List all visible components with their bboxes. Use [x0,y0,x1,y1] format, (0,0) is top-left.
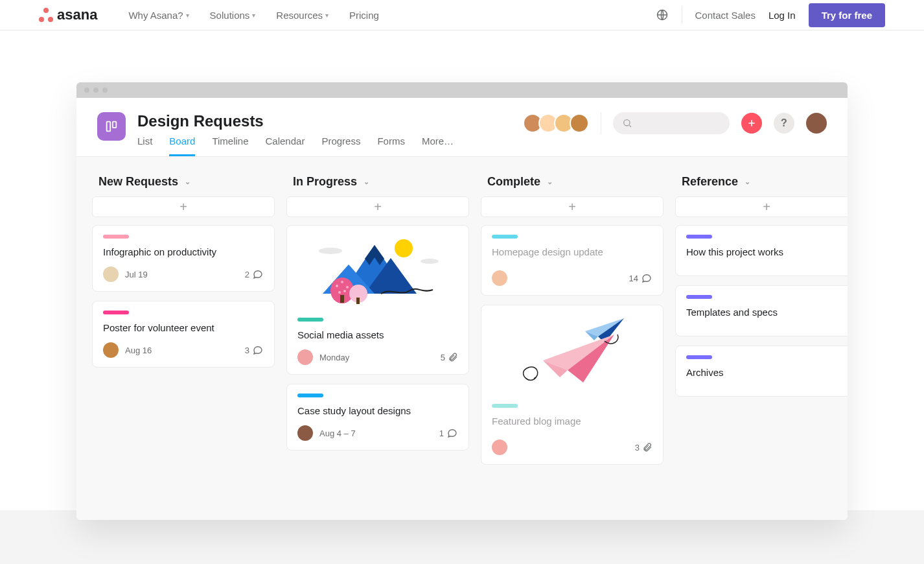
svg-point-17 [346,286,349,288]
card-footer: Aug 163 [103,342,264,358]
board-column: In Progress⌄+ Social media assetsMonday5… [286,175,469,481]
task-card[interactable]: How this project works [675,225,848,276]
tag-pill [103,235,129,239]
search-icon [622,118,632,128]
column-header[interactable]: In Progress⌄ [286,175,469,189]
card-title: Case study layout designs [297,405,458,416]
add-button[interactable] [741,113,762,134]
column-header[interactable]: Reference⌄ [675,175,848,189]
window-dot [93,88,98,93]
task-card[interactable]: Social media assetsMonday5 [286,225,469,375]
task-card[interactable]: Poster for volunteer eventAug 163 [92,301,275,368]
board-column: Complete⌄+Homepage design update14 Featu… [481,175,664,481]
comment-count: 2 [245,268,264,280]
add-card-button[interactable]: + [675,196,848,217]
due-date: Monday [319,353,349,362]
tab-calendar[interactable]: Calendar [266,135,305,156]
assignee-avatar [492,270,507,286]
tag-pill [686,295,712,299]
chevron-down-icon: ▾ [325,12,329,19]
svg-point-18 [338,291,341,294]
login-link[interactable]: Log In [768,10,796,21]
card-title: Homepage design update [492,246,653,257]
tab-forms[interactable]: Forms [377,135,405,156]
tab-more[interactable]: More… [422,135,454,156]
window-dot [84,88,89,93]
add-card-button[interactable]: + [286,196,469,217]
project-tabs: List Board Timeline Calendar Progress Fo… [137,135,527,156]
nav-links: Why Asana? ▾ Solutions ▾ Resources ▾ Pri… [128,10,379,21]
card-footer: 3 [492,440,653,455]
app-window: Design Requests List Board Timeline Cale… [76,82,848,520]
globe-icon [656,8,669,21]
chevron-down-icon: ⌄ [745,178,750,186]
column-title: Complete [487,175,540,189]
help-button[interactable]: ? [774,113,794,134]
svg-point-6 [395,239,413,257]
project-title: Design Requests [137,112,527,130]
due-date: Aug 16 [125,346,152,355]
nav-solutions[interactable]: Solutions ▾ [210,10,256,21]
card-title: Poster for volunteer event [103,322,264,333]
task-card[interactable]: Archives [675,346,848,397]
logo-icon [39,8,53,22]
task-card[interactable]: Featured blog image3 [481,305,664,465]
avatar [570,113,589,133]
card-footer: Jul 192 [103,266,264,282]
tab-progress[interactable]: Progress [321,135,360,156]
column-header[interactable]: New Requests⌄ [92,175,275,189]
assignee-avatar [492,440,507,455]
nav-pricing[interactable]: Pricing [349,10,379,21]
board-icon [104,119,119,134]
due-date: Aug 4 – 7 [319,429,356,438]
card-title: How this project works [686,246,847,257]
project-members[interactable] [527,113,589,133]
language-button[interactable] [656,8,669,21]
stage: Design Requests List Board Timeline Cale… [0,30,924,564]
logo-text: asana [57,6,97,23]
task-card[interactable]: Templates and specs [675,285,848,336]
tab-timeline[interactable]: Timeline [212,135,248,156]
svg-rect-14 [356,298,360,304]
logo[interactable]: asana [39,6,97,23]
card-title: Featured blog image [492,416,653,427]
try-free-button[interactable]: Try for free [809,3,885,27]
svg-point-16 [341,281,343,283]
chevron-down-icon: ⌄ [547,178,553,186]
nav-label: Resources [276,10,323,21]
help-icon: ? [781,117,787,129]
comment-count: 3 [245,344,264,356]
comment-count: 1 [439,427,458,439]
project-header: Design Requests List Board Timeline Cale… [76,98,848,157]
me-avatar[interactable] [806,113,827,134]
due-date: Jul 19 [125,270,148,279]
task-card[interactable]: Infographic on productivityJul 192 [92,225,275,292]
add-card-button[interactable]: + [92,196,275,217]
task-card[interactable]: Homepage design update14 [481,225,664,296]
contact-sales-link[interactable]: Contact Sales [695,10,756,21]
search-input[interactable] [613,112,730,134]
svg-rect-1 [107,122,111,132]
plus-icon [746,118,757,128]
tab-board[interactable]: Board [169,135,195,156]
tag-pill [686,355,712,359]
tag-pill [103,311,129,314]
project-block: Design Requests List Board Timeline Cale… [137,112,527,156]
card-footer: Monday5 [297,349,458,365]
tab-list[interactable]: List [137,135,152,156]
assignee-avatar [297,425,313,441]
add-card-button[interactable]: + [481,196,664,217]
nav-resources[interactable]: Resources ▾ [276,10,329,21]
assignee-avatar [103,342,119,358]
task-card[interactable]: Case study layout designsAug 4 – 71 [286,384,469,451]
svg-point-3 [624,120,630,126]
comment-count: 14 [629,272,653,284]
column-title: New Requests [98,175,178,189]
nav-why-asana[interactable]: Why Asana? ▾ [128,10,189,21]
card-title: Infographic on productivity [103,246,264,257]
svg-rect-2 [113,122,117,128]
column-header[interactable]: Complete⌄ [481,175,664,189]
tag-pill [297,394,323,397]
board-column: Reference⌄+How this project worksTemplat… [675,175,848,481]
svg-point-19 [343,290,346,292]
